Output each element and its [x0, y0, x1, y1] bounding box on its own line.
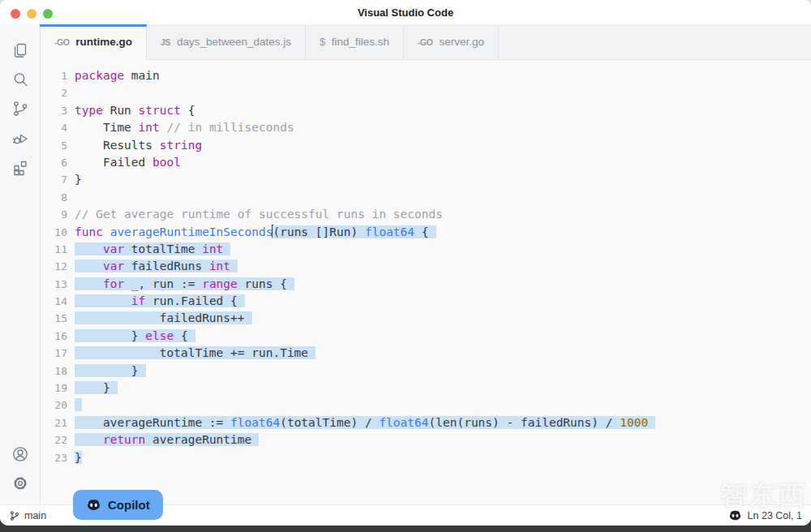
copilot-status-icon[interactable]	[728, 508, 742, 522]
tab-runtime.go[interactable]: -GOruntime.go	[41, 24, 147, 60]
zoom-window-button[interactable]	[43, 9, 53, 19]
js-file-icon: JS	[161, 37, 170, 47]
line-number: 6	[41, 154, 75, 171]
line-number: 5	[41, 137, 75, 154]
vscode-window: Visual Studio Code -GOruntime.goJSdays_b…	[0, 0, 811, 526]
explorer-icon[interactable]	[10, 40, 31, 61]
line-content	[75, 397, 82, 414]
selection-highlight: }	[75, 381, 118, 394]
code-line-6[interactable]: 6 Failed bool	[41, 154, 811, 171]
line-number: 16	[41, 328, 75, 345]
code-line-13[interactable]: 13 for _, run := range runs {	[41, 276, 811, 293]
code-line-17[interactable]: 17 totalTime += run.Time	[41, 345, 811, 362]
line-number: 22	[41, 431, 75, 448]
code-line-7[interactable]: 7}	[41, 171, 811, 188]
go-file-icon: -GO	[418, 37, 432, 47]
selection-highlight: if run.Failed {	[75, 294, 245, 307]
close-window-button[interactable]	[11, 9, 20, 19]
extensions-icon[interactable]	[10, 157, 31, 178]
line-number: 11	[41, 241, 75, 258]
selection-highlight: } else {	[75, 329, 195, 342]
line-content: }	[75, 449, 82, 466]
line-content: Failed bool	[75, 154, 181, 171]
copilot-button-label: Copilot	[108, 498, 150, 512]
git-branch-icon	[9, 510, 20, 521]
line-number: 23	[41, 449, 75, 466]
sh-file-icon: $	[320, 36, 325, 48]
copilot-icon	[86, 497, 101, 513]
code-line-8[interactable]: 8	[41, 189, 811, 206]
code-line-14[interactable]: 14 if run.Failed {	[41, 293, 811, 310]
go-file-icon: -GO	[54, 37, 69, 47]
line-content: return averageRuntime	[75, 431, 259, 448]
line-content: totalTime += run.Time	[75, 345, 315, 362]
line-number: 12	[41, 258, 75, 275]
selection-highlight: (runs []Run) float64 {	[272, 225, 436, 238]
run-debug-icon[interactable]	[10, 127, 31, 148]
tab-label: runtime.go	[75, 36, 132, 48]
line-number: 7	[41, 171, 75, 188]
tab-server.go[interactable]: -GOserver.go	[404, 24, 499, 60]
tab-days_between_dates.js[interactable]: JSdays_between_dates.js	[147, 24, 306, 60]
code-line-10[interactable]: 10func averageRuntimeInSeconds(runs []Ru…	[41, 224, 811, 241]
code-line-4[interactable]: 4 Time int // in milliseconds	[41, 119, 811, 136]
line-content: }	[75, 380, 118, 397]
search-icon[interactable]	[10, 69, 31, 90]
code-line-12[interactable]: 12 var failedRuns int	[41, 258, 811, 275]
line-number: 20	[41, 397, 75, 414]
code-line-2[interactable]: 2	[41, 84, 811, 101]
minimize-window-button[interactable]	[27, 9, 36, 19]
line-number: 21	[41, 414, 75, 431]
selection-highlight: }	[75, 364, 146, 377]
code-line-20[interactable]: 20	[41, 397, 811, 414]
account-icon[interactable]	[10, 444, 31, 465]
settings-icon[interactable]	[10, 473, 31, 494]
line-content: var totalTime int	[75, 241, 230, 258]
selection-highlight	[75, 398, 82, 411]
code-line-22[interactable]: 22 return averageRuntime	[41, 431, 811, 448]
line-number: 18	[41, 363, 75, 380]
selection-highlight: averageRuntime := float64(totalTime) / f…	[75, 416, 655, 429]
code-line-9[interactable]: 9// Get average runtime of successful ru…	[41, 206, 811, 223]
window-title: Visual Studio Code	[0, 6, 811, 19]
line-content: for _, run := range runs {	[75, 276, 294, 293]
git-branch-status[interactable]: main	[9, 510, 46, 521]
line-content: // Get average runtime of successful run…	[75, 206, 443, 223]
tab-label: find_files.sh	[332, 36, 389, 48]
code-line-15[interactable]: 15 failedRuns++	[41, 310, 811, 327]
line-number: 17	[41, 345, 75, 362]
code-line-23[interactable]: 23}	[41, 449, 811, 466]
line-number: 9	[41, 206, 75, 223]
line-content: var failedRuns int	[75, 258, 238, 275]
line-content: Time int // in milliseconds	[75, 119, 294, 136]
traffic-lights	[11, 9, 53, 19]
tab-label: server.go	[439, 36, 484, 48]
cursor-position-status[interactable]: Ln 23 Col, 1	[748, 510, 802, 521]
code-line-5[interactable]: 5 Results string	[41, 137, 811, 154]
code-line-18[interactable]: 18 }	[41, 363, 811, 380]
code-editor[interactable]: 1package main23type Run struct {4 Time i…	[41, 60, 811, 504]
line-number: 3	[41, 102, 75, 119]
tab-find_files.sh[interactable]: $find_files.sh	[306, 24, 404, 60]
code-line-3[interactable]: 3type Run struct {	[41, 102, 811, 119]
tab-label: days_between_dates.js	[177, 36, 291, 48]
code-line-1[interactable]: 1package main	[41, 67, 811, 84]
selection-highlight: var failedRuns int	[75, 260, 238, 272]
copilot-button[interactable]: Copilot	[73, 490, 163, 520]
code-line-16[interactable]: 16 } else {	[41, 328, 811, 345]
selection-highlight: failedRuns++	[75, 311, 252, 324]
line-number: 8	[41, 189, 75, 206]
source-control-icon[interactable]	[10, 98, 31, 119]
selection-highlight: totalTime += run.Time	[75, 346, 315, 359]
line-content: type Run struct {	[75, 102, 195, 119]
title-bar: Visual Studio Code	[0, 0, 811, 24]
line-content: Results string	[75, 137, 202, 154]
line-number: 15	[41, 310, 75, 327]
selection-highlight: var totalTime int	[75, 242, 230, 255]
code-line-11[interactable]: 11 var totalTime int	[41, 241, 811, 258]
line-number: 14	[41, 293, 75, 310]
line-number: 10	[41, 224, 75, 241]
code-line-19[interactable]: 19 }	[41, 380, 811, 397]
tab-bar: -GOruntime.goJSdays_between_dates.js$fin…	[41, 24, 811, 60]
code-line-21[interactable]: 21 averageRuntime := float64(totalTime) …	[41, 414, 811, 431]
